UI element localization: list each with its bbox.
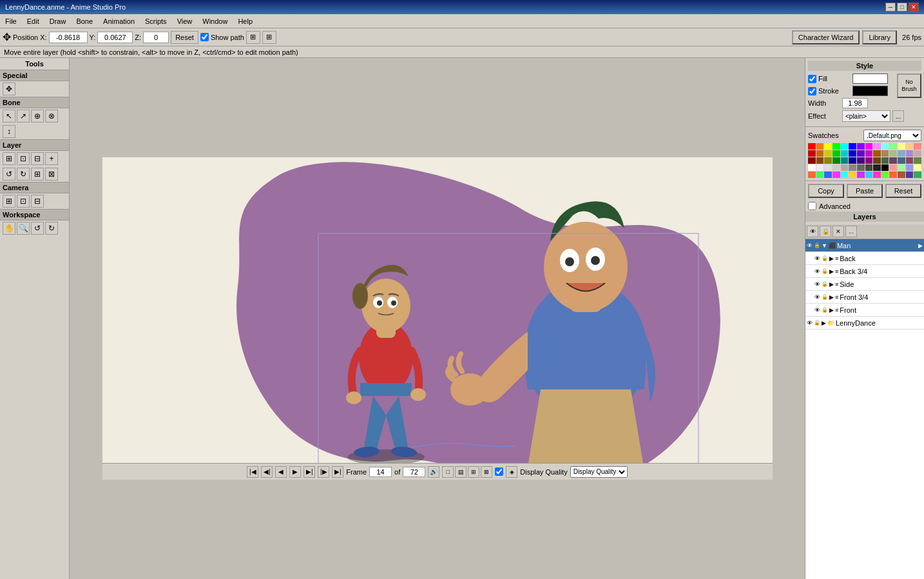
first-frame-button[interactable]: |◀ xyxy=(247,466,258,478)
color-cell[interactable] xyxy=(873,157,881,164)
color-cell[interactable] xyxy=(881,164,889,171)
color-cell[interactable] xyxy=(857,143,865,150)
fill-color-swatch[interactable] xyxy=(852,74,888,84)
show-path-checkbox[interactable] xyxy=(200,33,209,41)
color-cell[interactable] xyxy=(849,164,856,171)
color-cell[interactable] xyxy=(816,172,824,178)
color-cell[interactable] xyxy=(824,143,832,150)
color-cell[interactable] xyxy=(824,150,832,157)
paste-button[interactable]: Paste xyxy=(847,184,883,198)
next-frame-button[interactable]: |▶ xyxy=(318,466,329,478)
color-cell[interactable] xyxy=(889,143,897,150)
color-cell[interactable] xyxy=(906,143,914,150)
color-cell[interactable] xyxy=(857,150,865,157)
color-cell[interactable] xyxy=(881,150,889,157)
y-input[interactable] xyxy=(97,32,133,43)
color-cell[interactable] xyxy=(889,172,897,178)
workspace-tool-4[interactable]: ↻ xyxy=(45,222,58,235)
menu-help[interactable]: Help xyxy=(233,16,258,26)
color-cell[interactable] xyxy=(857,164,865,171)
bone-tool-5[interactable]: ↕ xyxy=(3,125,15,138)
camera-tool-3[interactable]: ⊟ xyxy=(31,195,44,208)
fill-checkbox[interactable] xyxy=(808,75,816,83)
color-cell[interactable] xyxy=(857,172,865,178)
layer-tool-4[interactable]: + xyxy=(45,152,58,165)
color-cell[interactable] xyxy=(873,143,881,150)
menu-animation[interactable]: Animation xyxy=(98,16,140,26)
layer-visible-btn[interactable]: 👁 xyxy=(807,226,818,237)
color-cell[interactable] xyxy=(906,150,914,157)
color-cell[interactable] xyxy=(865,143,873,150)
color-cell[interactable] xyxy=(889,157,897,164)
z-input[interactable] xyxy=(143,32,169,43)
color-cell[interactable] xyxy=(849,172,856,178)
color-cell[interactable] xyxy=(898,150,905,157)
color-cell[interactable] xyxy=(833,150,840,157)
color-cell[interactable] xyxy=(808,172,816,178)
color-cell[interactable] xyxy=(914,150,921,157)
expand-btn2[interactable]: ⊞ xyxy=(262,31,276,44)
workspace-tool-3[interactable]: ↺ xyxy=(31,222,44,235)
color-cell[interactable] xyxy=(808,157,816,164)
color-cell[interactable] xyxy=(857,157,865,164)
color-cell[interactable] xyxy=(816,164,824,171)
character-wizard-button[interactable]: Character Wizard xyxy=(792,30,860,44)
camera-tool-1[interactable]: ⊞ xyxy=(3,195,15,208)
color-cell[interactable] xyxy=(865,150,873,157)
color-cell[interactable] xyxy=(841,143,849,150)
layer-tool-5[interactable]: ↺ xyxy=(3,168,15,181)
workspace-tool-2[interactable]: 🔍 xyxy=(17,222,30,235)
layer-item-lennydance[interactable]: 👁 🔒 ▶ 📁 LennyDance xyxy=(805,317,924,329)
camera-tool-2[interactable]: ⊡ xyxy=(17,195,30,208)
color-cell[interactable] xyxy=(849,143,856,150)
layer-expand-front34[interactable]: ▶ xyxy=(829,294,834,300)
color-cell[interactable] xyxy=(889,164,897,171)
color-cell[interactable] xyxy=(808,164,816,171)
layer-expand-man[interactable]: ▼ xyxy=(822,242,827,249)
menu-window[interactable]: Window xyxy=(197,16,233,26)
effect-extra-button[interactable]: ... xyxy=(892,110,904,122)
total-frames-input[interactable] xyxy=(403,467,425,477)
stroke-checkbox[interactable] xyxy=(808,87,816,95)
canvas-area[interactable]: |◀ ◀| ◀ ▶ ▶| |▶ ▶| Frame of 🔊 □ ▤ ⊞ xyxy=(70,58,805,579)
move-layer-tool[interactable]: ✥ xyxy=(3,83,15,95)
color-cell[interactable] xyxy=(841,157,849,164)
color-cell[interactable] xyxy=(833,164,840,171)
color-cell[interactable] xyxy=(914,157,921,164)
color-cell[interactable] xyxy=(841,150,849,157)
color-cell[interactable] xyxy=(906,164,914,171)
color-cell[interactable] xyxy=(881,172,889,178)
quality-select[interactable]: Display Quality xyxy=(570,466,628,478)
color-cell[interactable] xyxy=(873,172,881,178)
color-cell[interactable] xyxy=(914,164,921,171)
expand-btn1[interactable]: ⊞ xyxy=(246,31,260,44)
color-cell[interactable] xyxy=(808,143,816,150)
layer-expand-back[interactable]: ▶ xyxy=(829,255,834,262)
color-cell[interactable] xyxy=(833,157,840,164)
layer-lock-btn[interactable]: 🔒 xyxy=(820,226,831,237)
color-cell[interactable] xyxy=(816,150,824,157)
next-step-button[interactable]: ▶| xyxy=(303,466,315,478)
copy-button[interactable]: Copy xyxy=(808,184,844,198)
layer-expand-front[interactable]: ▶ xyxy=(829,307,834,313)
menu-bone[interactable]: Bone xyxy=(71,16,98,26)
color-cell[interactable] xyxy=(906,172,914,178)
reset-style-button[interactable]: Reset xyxy=(885,184,921,198)
width-input[interactable] xyxy=(842,98,868,108)
color-cell[interactable] xyxy=(865,157,873,164)
menu-view[interactable]: View xyxy=(172,16,198,26)
color-cell[interactable] xyxy=(865,164,873,171)
view-btn-3[interactable]: ⊞ xyxy=(468,466,479,478)
color-cell[interactable] xyxy=(873,164,881,171)
last-frame-button[interactable]: ▶| xyxy=(332,466,343,478)
color-cell[interactable] xyxy=(889,150,897,157)
frame-input[interactable] xyxy=(369,467,392,477)
swatches-file-select[interactable]: .Default.png xyxy=(863,130,921,141)
color-cell[interactable] xyxy=(833,143,840,150)
color-cell[interactable] xyxy=(898,143,905,150)
layer-tool-7[interactable]: ⊞ xyxy=(31,168,44,181)
menu-draw[interactable]: Draw xyxy=(44,16,72,26)
view-btn-2[interactable]: ▤ xyxy=(455,466,467,478)
no-brush-button[interactable]: NoBrush xyxy=(897,74,921,98)
volume-button[interactable]: 🔊 xyxy=(428,466,439,478)
